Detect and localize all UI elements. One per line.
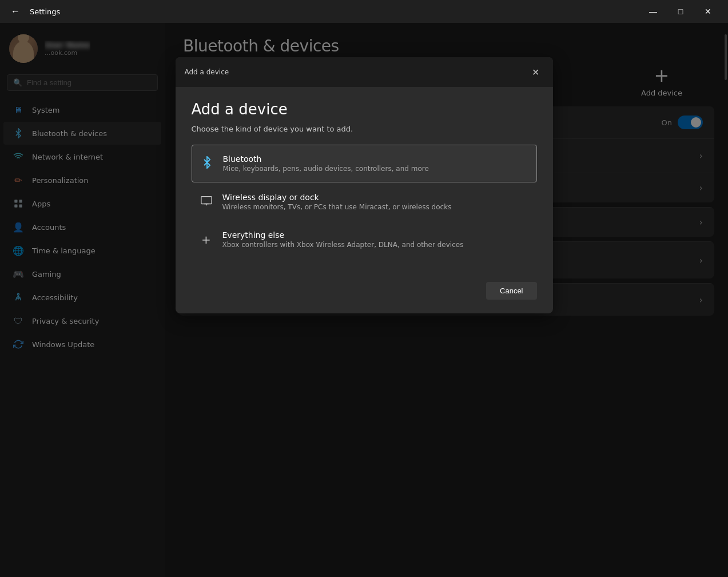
dialog-footer: Cancel xyxy=(176,273,553,313)
option-bluetooth[interactable]: Bluetooth Mice, keyboards, pens, audio d… xyxy=(192,145,537,182)
bluetooth-option-title: Bluetooth xyxy=(223,154,429,164)
bluetooth-option-icon xyxy=(200,156,214,172)
app-title: Settings xyxy=(30,7,60,16)
svg-rect-5 xyxy=(201,196,211,204)
wireless-option-title: Wireless display or dock xyxy=(222,193,452,202)
wireless-option-text: Wireless display or dock Wireless monito… xyxy=(222,193,452,211)
bluetooth-option-desc: Mice, keyboards, pens, audio devices, co… xyxy=(223,165,429,173)
back-button[interactable]: ← xyxy=(7,3,24,20)
everything-option-title: Everything else xyxy=(222,230,464,240)
cancel-button[interactable]: Cancel xyxy=(486,282,536,300)
dialog-close-button[interactable]: ✕ xyxy=(528,64,544,80)
close-button[interactable]: ✕ xyxy=(695,2,721,21)
wireless-option-desc: Wireless monitors, TVs, or PCs that use … xyxy=(222,203,452,211)
title-bar-controls: — □ ✕ xyxy=(640,2,721,21)
option-wireless[interactable]: Wireless display or dock Wireless monito… xyxy=(192,184,537,220)
title-bar: ← Settings — □ ✕ xyxy=(0,0,728,23)
everything-option-desc: Xbox controllers with Xbox Wireless Adap… xyxy=(222,241,464,249)
modal-overlay: Add a device ✕ Add a device Choose the k… xyxy=(0,23,728,577)
dialog-body: Add a device Choose the kind of device y… xyxy=(176,87,553,273)
option-everything[interactable]: + Everything else Xbox controllers with … xyxy=(192,221,537,258)
maximize-button[interactable]: □ xyxy=(667,2,694,21)
wireless-option-icon xyxy=(200,194,213,210)
title-bar-left: ← Settings xyxy=(7,3,60,20)
dialog-main-title: Add a device xyxy=(192,101,537,118)
dialog-subtitle: Choose the kind of device you want to ad… xyxy=(192,125,537,133)
everything-option-text: Everything else Xbox controllers with Xb… xyxy=(222,230,464,249)
minimize-button[interactable]: — xyxy=(640,2,666,21)
add-device-dialog: Add a device ✕ Add a device Choose the k… xyxy=(176,57,553,313)
dialog-header-title: Add a device xyxy=(185,68,229,76)
everything-option-icon: + xyxy=(200,233,213,246)
bluetooth-option-text: Bluetooth Mice, keyboards, pens, audio d… xyxy=(223,154,429,173)
dialog-header: Add a device ✕ xyxy=(176,57,553,87)
